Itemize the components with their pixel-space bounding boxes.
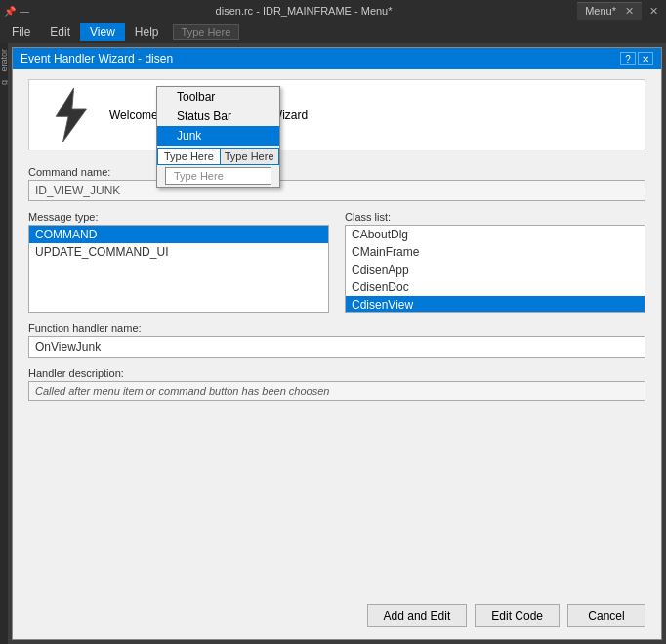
wizard-help-btn[interactable]: ? — [620, 52, 636, 65]
menu-type-here[interactable]: Type Here — [173, 24, 240, 40]
menu-help[interactable]: Help — [125, 23, 169, 41]
message-type-col: Message type: COMMAND UPDATE_COMMAND_UI — [28, 211, 329, 313]
message-type-label: Message type: — [28, 211, 329, 223]
message-type-listbox[interactable]: COMMAND UPDATE_COMMAND_UI — [28, 225, 329, 313]
message-type-command[interactable]: COMMAND — [29, 226, 328, 243]
tab-close-icon[interactable]: ✕ — [625, 5, 634, 17]
menu-file[interactable]: File — [2, 23, 40, 41]
wizard-buttons: Add and Edit Edit Code Cancel — [28, 596, 645, 627]
wizard-body: Welcome to the Event Handler Wizard Comm… — [13, 69, 661, 637]
handler-description-label: Handler description: — [28, 367, 645, 379]
menu-edit[interactable]: Edit — [40, 23, 80, 41]
cancel-button[interactable]: Cancel — [567, 604, 645, 627]
menu-type-here-right[interactable]: Type Here — [221, 148, 279, 165]
wizard-header: Welcome to the Event Handler Wizard — [28, 79, 645, 150]
dropdown-menu: Toolbar Status Bar Junk Type Here Type H… — [156, 86, 280, 188]
class-list-col: Class list: CAboutDlg CMainFrame CdisenA… — [345, 211, 645, 313]
menu-view[interactable]: View — [80, 23, 125, 41]
menu-status-bar[interactable]: Status Bar — [157, 107, 279, 126]
wizard-close-btn[interactable]: ✕ — [638, 52, 653, 65]
title-bar: 📌 — disen.rc - IDR_MAINFRAME - Menu* Men… — [0, 0, 666, 21]
class-disen-view[interactable]: CdisenView — [346, 296, 645, 313]
command-name-group: Command name: — [28, 166, 645, 201]
window-close-icon[interactable]: ✕ — [645, 5, 662, 18]
class-disen-doc[interactable]: CdisenDoc — [346, 279, 645, 296]
wizard-dialog: Event Handler Wizard - disen ? ✕ Welcome… — [12, 47, 662, 640]
left-sidebar: erator g — [0, 43, 8, 644]
title-bar-icons: 📌 — — [4, 5, 30, 17]
menu-type-here-standalone[interactable]: Type Here — [165, 167, 271, 185]
class-main-frame[interactable]: CMainFrame — [346, 243, 645, 261]
function-handler-label: Function handler name: — [28, 322, 645, 334]
wizard-title-buttons: ? ✕ — [620, 52, 653, 65]
command-name-input[interactable] — [28, 180, 645, 201]
handler-description-group: Handler description: — [28, 367, 645, 401]
edit-code-button[interactable]: Edit Code — [475, 604, 560, 627]
minimize-icon[interactable]: — — [19, 5, 30, 17]
message-type-update-ui[interactable]: UPDATE_COMMAND_UI — [29, 243, 328, 261]
menu-junk[interactable]: Junk — [157, 126, 279, 146]
wizard-title-text: Event Handler Wizard - disen — [21, 52, 173, 65]
svg-marker-0 — [56, 88, 86, 142]
title-tab[interactable]: Menu* ✕ — [577, 2, 642, 20]
two-col-section: Message type: COMMAND UPDATE_COMMAND_UI … — [28, 211, 645, 313]
class-about-dlg[interactable]: CAboutDlg — [346, 226, 645, 243]
add-and-edit-button[interactable]: Add and Edit — [367, 604, 468, 627]
menu-type-here-inline[interactable]: Type Here — [157, 148, 221, 165]
lightning-icon — [45, 88, 94, 142]
view-dropdown: Toolbar Status Bar Junk Type Here Type H… — [156, 86, 280, 188]
class-list-listbox[interactable]: CAboutDlg CMainFrame CdisenApp CdisenDoc… — [345, 225, 645, 313]
title-bar-text: disen.rc - IDR_MAINFRAME - Menu* — [34, 5, 573, 17]
class-disen-app[interactable]: CdisenApp — [346, 261, 645, 279]
menu-toolbar[interactable]: Toolbar — [157, 87, 279, 107]
command-name-label: Command name: — [28, 166, 645, 178]
spacer — [28, 410, 645, 596]
handler-description-input — [28, 381, 645, 401]
pin-icon[interactable]: 📌 — [4, 5, 16, 17]
menu-bar: File Edit View Help Type Here — [0, 21, 666, 43]
function-handler-group: Function handler name: — [28, 322, 645, 358]
function-handler-input[interactable] — [28, 336, 645, 358]
wizard-title-bar: Event Handler Wizard - disen ? ✕ — [13, 48, 661, 69]
class-list-label: Class list: — [345, 211, 645, 223]
main-area: Toolbar Status Bar Junk Type Here Type H… — [8, 43, 666, 644]
